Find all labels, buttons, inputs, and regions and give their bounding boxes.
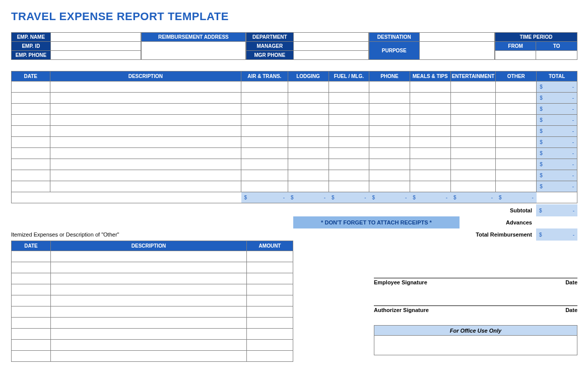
itemized-cell[interactable] bbox=[12, 318, 51, 329]
expense-cell[interactable] bbox=[329, 148, 369, 159]
expense-cell[interactable] bbox=[241, 82, 288, 93]
itemized-cell[interactable] bbox=[50, 295, 246, 306]
expense-cell[interactable] bbox=[241, 159, 288, 170]
field-department[interactable] bbox=[293, 33, 368, 42]
expense-cell[interactable] bbox=[241, 93, 288, 104]
expense-cell[interactable] bbox=[50, 170, 241, 181]
expense-cell[interactable] bbox=[50, 181, 241, 192]
expense-cell[interactable] bbox=[50, 93, 241, 104]
itemized-cell[interactable] bbox=[50, 351, 246, 362]
expense-cell[interactable] bbox=[450, 159, 496, 170]
itemized-cell[interactable] bbox=[12, 284, 51, 295]
field-to[interactable] bbox=[536, 51, 577, 60]
expense-cell[interactable] bbox=[329, 104, 369, 115]
expense-cell[interactable] bbox=[450, 170, 496, 181]
expense-cell[interactable] bbox=[50, 126, 241, 137]
expense-cell[interactable] bbox=[496, 82, 537, 93]
itemized-cell[interactable] bbox=[247, 351, 293, 362]
expense-cell[interactable] bbox=[410, 82, 450, 93]
itemized-cell[interactable] bbox=[247, 284, 293, 295]
field-mgr-phone[interactable] bbox=[293, 51, 368, 60]
expense-cell[interactable] bbox=[50, 104, 241, 115]
expense-cell[interactable] bbox=[288, 170, 329, 181]
itemized-cell[interactable] bbox=[247, 340, 293, 351]
field-purpose[interactable] bbox=[419, 42, 494, 60]
expense-cell[interactable] bbox=[288, 159, 329, 170]
expense-cell[interactable] bbox=[50, 115, 241, 126]
itemized-cell[interactable] bbox=[247, 329, 293, 340]
itemized-cell[interactable] bbox=[12, 351, 51, 362]
expense-cell[interactable] bbox=[241, 181, 288, 192]
expense-cell[interactable] bbox=[329, 170, 369, 181]
itemized-cell[interactable] bbox=[247, 306, 293, 318]
itemized-cell[interactable] bbox=[12, 295, 51, 306]
expense-cell[interactable] bbox=[410, 181, 450, 192]
expense-cell[interactable] bbox=[12, 93, 50, 104]
expense-cell[interactable] bbox=[369, 82, 410, 93]
expense-cell[interactable] bbox=[12, 137, 50, 148]
expense-cell[interactable] bbox=[410, 104, 450, 115]
expense-cell[interactable] bbox=[496, 104, 537, 115]
itemized-cell[interactable] bbox=[12, 306, 51, 318]
expense-cell[interactable] bbox=[369, 159, 410, 170]
itemized-cell[interactable] bbox=[247, 273, 293, 284]
expense-cell[interactable] bbox=[12, 170, 50, 181]
expense-cell[interactable] bbox=[241, 115, 288, 126]
expense-cell[interactable] bbox=[288, 104, 329, 115]
expense-cell[interactable] bbox=[369, 104, 410, 115]
itemized-cell[interactable] bbox=[50, 273, 246, 284]
field-emp-name[interactable] bbox=[50, 33, 141, 42]
expense-cell[interactable] bbox=[12, 82, 50, 93]
expense-cell[interactable] bbox=[329, 181, 369, 192]
expense-cell[interactable] bbox=[450, 82, 496, 93]
itemized-cell[interactable] bbox=[50, 306, 246, 318]
expense-cell[interactable] bbox=[288, 82, 329, 93]
field-reimb-addr[interactable] bbox=[141, 42, 245, 60]
expense-cell[interactable] bbox=[450, 137, 496, 148]
itemized-cell[interactable] bbox=[12, 273, 51, 284]
expense-cell[interactable] bbox=[241, 170, 288, 181]
expense-cell[interactable] bbox=[241, 126, 288, 137]
expense-cell[interactable] bbox=[410, 159, 450, 170]
expense-cell[interactable] bbox=[496, 126, 537, 137]
itemized-cell[interactable] bbox=[12, 329, 51, 340]
expense-cell[interactable] bbox=[12, 159, 50, 170]
expense-cell[interactable] bbox=[410, 148, 450, 159]
expense-cell[interactable] bbox=[12, 115, 50, 126]
expense-cell[interactable] bbox=[241, 104, 288, 115]
expense-cell[interactable] bbox=[369, 181, 410, 192]
expense-cell[interactable] bbox=[12, 104, 50, 115]
expense-cell[interactable] bbox=[496, 181, 537, 192]
itemized-cell[interactable] bbox=[247, 262, 293, 273]
value-advances[interactable] bbox=[536, 216, 577, 228]
expense-cell[interactable] bbox=[329, 126, 369, 137]
expense-cell[interactable] bbox=[369, 115, 410, 126]
itemized-cell[interactable] bbox=[50, 262, 246, 273]
expense-cell[interactable] bbox=[450, 148, 496, 159]
expense-cell[interactable] bbox=[496, 170, 537, 181]
expense-cell[interactable] bbox=[329, 82, 369, 93]
field-destination[interactable] bbox=[419, 33, 494, 42]
expense-cell[interactable] bbox=[450, 104, 496, 115]
expense-cell[interactable] bbox=[369, 126, 410, 137]
expense-cell[interactable] bbox=[329, 93, 369, 104]
expense-cell[interactable] bbox=[369, 137, 410, 148]
expense-cell[interactable] bbox=[329, 137, 369, 148]
expense-cell[interactable] bbox=[450, 93, 496, 104]
expense-cell[interactable] bbox=[496, 137, 537, 148]
expense-cell[interactable] bbox=[50, 159, 241, 170]
expense-cell[interactable] bbox=[450, 181, 496, 192]
itemized-cell[interactable] bbox=[50, 318, 246, 329]
itemized-cell[interactable] bbox=[50, 284, 246, 295]
expense-cell[interactable] bbox=[410, 126, 450, 137]
expense-cell[interactable] bbox=[241, 137, 288, 148]
itemized-cell[interactable] bbox=[50, 340, 246, 351]
expense-cell[interactable] bbox=[288, 115, 329, 126]
expense-cell[interactable] bbox=[369, 93, 410, 104]
office-use-body[interactable] bbox=[374, 336, 577, 355]
field-from[interactable] bbox=[495, 51, 536, 60]
expense-cell[interactable] bbox=[12, 181, 50, 192]
expense-cell[interactable] bbox=[12, 126, 50, 137]
expense-cell[interactable] bbox=[288, 137, 329, 148]
expense-cell[interactable] bbox=[410, 93, 450, 104]
